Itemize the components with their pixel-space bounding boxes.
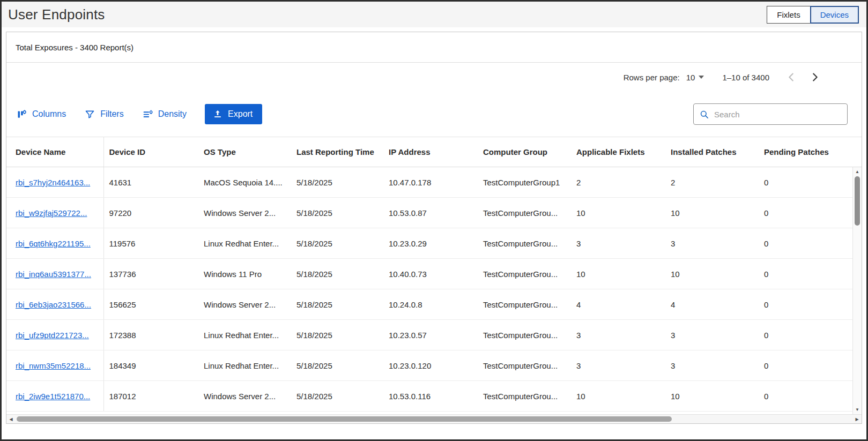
- scroll-up-arrow-icon[interactable]: ▲: [853, 168, 862, 176]
- density-icon: [142, 109, 153, 120]
- search-input[interactable]: [714, 110, 842, 119]
- cell-computer-group: TestComputerGrou...: [478, 259, 571, 289]
- cell-ip-address: 10.24.0.8: [383, 289, 478, 320]
- export-label: Export: [228, 109, 253, 119]
- chevron-right-icon: [809, 71, 821, 83]
- device-link[interactable]: rbi_6eb3jao231566...: [16, 300, 91, 309]
- cell-last-reporting-time: 5/18/2025: [291, 381, 383, 412]
- app-window: User Endpoints Fixlets Devices Total Exp…: [0, 0, 868, 441]
- horizontal-scrollbar-thumb[interactable]: [17, 416, 672, 422]
- cell-os-type: Windows Server 2...: [198, 198, 291, 228]
- scroll-down-arrow-icon[interactable]: ▼: [853, 406, 862, 414]
- column-header-os-type[interactable]: OS Type: [198, 137, 291, 167]
- table-row: rbi_nwm35m52218...184349Linux Redhat Ent…: [6, 350, 862, 381]
- cell-device-name: rbi_6eb3jao231566...: [6, 289, 103, 320]
- cell-applicable-fixlets: 3: [571, 350, 665, 381]
- cell-computer-group: TestComputerGrou...: [478, 320, 571, 350]
- total-exposures-text: Total Exposures - 3400 Report(s): [16, 43, 133, 52]
- cell-device-id: 172388: [103, 320, 198, 350]
- content-panel: Total Exposures - 3400 Report(s) Rows pe…: [6, 32, 862, 424]
- export-button[interactable]: Export: [205, 104, 262, 124]
- column-header-installed-patches[interactable]: Installed Patches: [665, 137, 759, 167]
- cell-os-type: Linux Redhat Enter...: [198, 228, 291, 259]
- pagination-bar: Rows per page: 10 1–10 of 3400: [6, 63, 862, 92]
- column-header-ip-address[interactable]: IP Address: [383, 137, 478, 167]
- vertical-scrollbar-thumb[interactable]: [855, 176, 860, 226]
- pagination-range: 1–10 of 3400: [722, 73, 769, 82]
- cell-device-name: rbi_s7hyj2n464163...: [6, 167, 103, 198]
- density-button[interactable]: Density: [142, 109, 187, 120]
- view-toggle-group: Fixlets Devices: [767, 6, 859, 24]
- column-header-device-id[interactable]: Device ID: [103, 137, 198, 167]
- cell-os-type: Windows 11 Pro: [198, 259, 291, 289]
- search-icon: [699, 109, 709, 119]
- table-area: Device Name Device ID OS Type Last Repor…: [6, 137, 862, 414]
- cell-last-reporting-time: 5/18/2025: [291, 350, 383, 381]
- table-row: rbi_6qt6hkg221195...119576Linux Redhat E…: [6, 228, 862, 259]
- cell-device-id: 187012: [103, 381, 198, 412]
- cell-last-reporting-time: 5/18/2025: [291, 289, 383, 320]
- device-link[interactable]: rbi_ufz9ptd221723...: [16, 331, 89, 340]
- scroll-right-arrow-icon[interactable]: ▶: [853, 415, 861, 423]
- cell-device-id: 119576: [103, 228, 198, 259]
- cell-last-reporting-time: 5/18/2025: [291, 259, 383, 289]
- cell-pending-patches: 0: [759, 167, 862, 198]
- device-link[interactable]: rbi_nwm35m52218...: [16, 361, 91, 370]
- devices-table: Device Name Device ID OS Type Last Repor…: [6, 137, 862, 412]
- cell-computer-group: TestComputerGrou...: [478, 350, 571, 381]
- table-toolbar: Columns Filters Density: [6, 92, 862, 137]
- table-header-row: Device Name Device ID OS Type Last Repor…: [6, 137, 862, 167]
- cell-last-reporting-time: 5/18/2025: [291, 198, 383, 228]
- cell-device-id: 156625: [103, 289, 198, 320]
- cell-applicable-fixlets: 10: [571, 198, 665, 228]
- device-link[interactable]: rbi_2iw9e1t521870...: [16, 392, 90, 401]
- next-page-button[interactable]: [807, 69, 823, 85]
- cell-ip-address: 10.47.0.178: [383, 167, 478, 198]
- pagination-nav: [783, 69, 823, 85]
- cell-computer-group: TestComputerGrou...: [478, 289, 571, 320]
- rows-per-page-select[interactable]: 10: [686, 73, 704, 82]
- chevron-down-icon: [699, 76, 704, 79]
- device-link[interactable]: rbi_s7hyj2n464163...: [16, 178, 90, 187]
- cell-os-type: Linux Redhat Enter...: [198, 320, 291, 350]
- table-body: rbi_s7hyj2n464163...41631MacOS Sequoia 1…: [6, 167, 862, 412]
- device-link[interactable]: rbi_6qt6hkg221195...: [16, 239, 91, 248]
- cell-applicable-fixlets: 10: [571, 259, 665, 289]
- cell-installed-patches: 4: [665, 289, 759, 320]
- cell-os-type: Windows Server 2...: [198, 289, 291, 320]
- cell-device-name: rbi_6qt6hkg221195...: [6, 228, 103, 259]
- column-header-applicable-fixlets[interactable]: Applicable Fixlets: [571, 137, 665, 167]
- filters-button[interactable]: Filters: [84, 109, 124, 120]
- cell-computer-group: TestComputerGroup1: [478, 167, 571, 198]
- cell-installed-patches: 10: [665, 259, 759, 289]
- rows-per-page-label: Rows per page:: [624, 73, 680, 82]
- page-title: User Endpoints: [8, 6, 105, 23]
- filter-funnel-icon: [84, 109, 95, 120]
- table-row: rbi_w9zjfaj529722...97220Windows Server …: [6, 198, 862, 228]
- table-row: rbi_2iw9e1t521870...187012Windows Server…: [6, 381, 862, 412]
- cell-pending-patches: 0: [759, 320, 862, 350]
- previous-page-button[interactable]: [783, 69, 799, 85]
- total-exposures-summary: Total Exposures - 3400 Report(s): [6, 32, 862, 63]
- devices-tab-button[interactable]: Devices: [810, 6, 859, 24]
- cell-ip-address: 10.53.0.116: [383, 381, 478, 412]
- scroll-left-arrow-icon[interactable]: ◀: [7, 415, 15, 423]
- column-header-computer-group[interactable]: Computer Group: [478, 137, 571, 167]
- device-link[interactable]: rbi_inq6au5391377...: [16, 270, 91, 279]
- table-row: rbi_6eb3jao231566...156625Windows Server…: [6, 289, 862, 320]
- cell-device-id: 97220: [103, 198, 198, 228]
- cell-pending-patches: 0: [759, 228, 862, 259]
- device-link[interactable]: rbi_w9zjfaj529722...: [16, 208, 87, 218]
- cell-device-id: 137736: [103, 259, 198, 289]
- column-header-device-name[interactable]: Device Name: [6, 137, 103, 167]
- horizontal-scrollbar: ◀ ▶: [6, 414, 862, 423]
- column-header-pending-patches[interactable]: Pending Patches: [759, 137, 862, 167]
- cell-ip-address: 10.53.0.87: [383, 198, 478, 228]
- chevron-left-icon: [785, 71, 797, 83]
- column-header-last-reporting-time[interactable]: Last Reporting Time: [291, 137, 383, 167]
- columns-button[interactable]: Columns: [16, 109, 66, 120]
- cell-installed-patches: 2: [665, 167, 759, 198]
- cell-ip-address: 10.23.0.29: [383, 228, 478, 259]
- fixlets-tab-button[interactable]: Fixlets: [767, 6, 810, 24]
- cell-applicable-fixlets: 2: [571, 167, 665, 198]
